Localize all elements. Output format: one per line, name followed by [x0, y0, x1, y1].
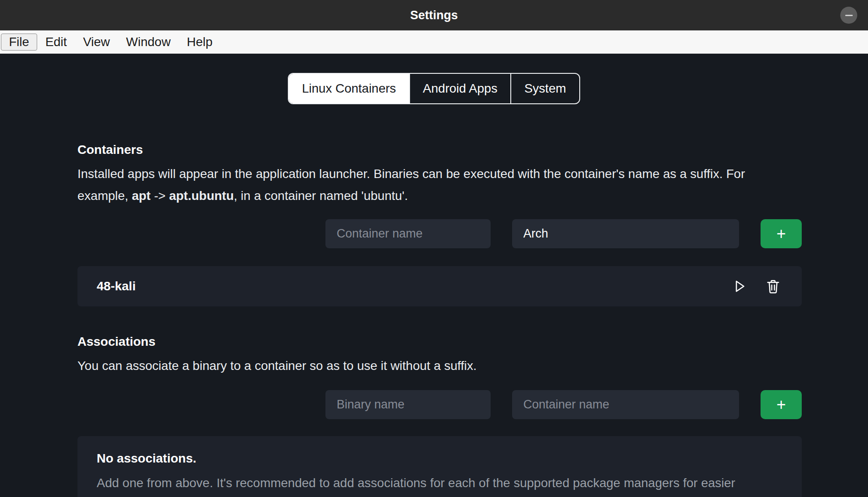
binary-name-input[interactable] [325, 390, 491, 419]
containers-description-part3: , in a container named 'ubuntu'. [234, 189, 408, 203]
associations-description: You can associate a binary to a containe… [77, 355, 778, 377]
container-list-item: 48-kali [77, 266, 802, 306]
play-icon [731, 278, 747, 294]
trash-icon [765, 278, 781, 294]
menu-window[interactable]: Window [118, 34, 179, 51]
menu-view[interactable]: View [75, 34, 118, 51]
menu-edit[interactable]: Edit [37, 34, 75, 51]
run-container-button[interactable] [731, 278, 747, 294]
titlebar: Settings [0, 0, 868, 30]
plus-icon: + [776, 226, 786, 242]
associations-heading: Associations [77, 334, 802, 349]
tab-group: Linux Containers Android Apps System [288, 73, 580, 104]
containers-description-part2: -> [150, 189, 169, 203]
tab-android-apps[interactable]: Android Apps [409, 74, 511, 103]
menu-file[interactable]: File [1, 34, 37, 51]
delete-container-button[interactable] [765, 278, 781, 294]
window-title: Settings [410, 8, 458, 22]
menu-help[interactable]: Help [179, 34, 221, 51]
add-container-button[interactable]: + [761, 219, 802, 248]
container-distro-input[interactable] [512, 219, 739, 248]
empty-state-text: Add one from above. It's recommended to … [97, 472, 773, 497]
containers-heading: Containers [77, 142, 802, 157]
container-create-row: + [77, 219, 802, 248]
menubar: File Edit View Window Help [0, 30, 868, 54]
association-create-row: + [77, 390, 802, 419]
main-content: Containers Installed apps will appear in… [0, 142, 868, 497]
add-association-button[interactable]: + [761, 390, 802, 419]
associations-empty-state: No associations. Add one from above. It'… [77, 436, 802, 497]
container-name-label: 48-kali [97, 279, 713, 293]
tab-system[interactable]: System [510, 74, 579, 103]
containers-description-bold1: apt [132, 189, 150, 203]
association-container-input[interactable] [512, 390, 739, 419]
container-name-input[interactable] [325, 219, 491, 248]
plus-icon: + [776, 397, 786, 413]
containers-description-bold2: apt.ubuntu [169, 189, 234, 203]
tab-linux-containers[interactable]: Linux Containers [289, 74, 409, 103]
containers-description: Installed apps will appear in the applic… [77, 163, 778, 207]
minimize-button[interactable] [840, 7, 857, 24]
minimize-icon [845, 15, 853, 16]
empty-state-title: No associations. [97, 451, 782, 466]
